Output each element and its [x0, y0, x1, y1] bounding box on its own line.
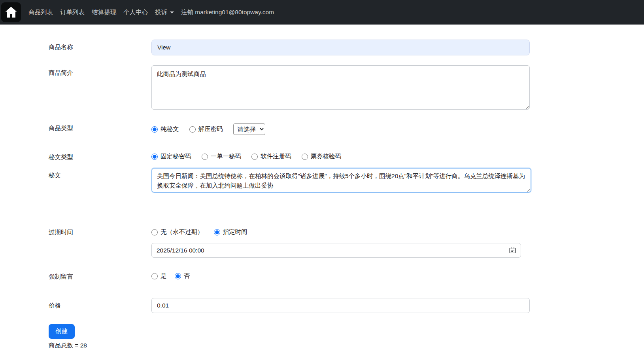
chevron-down-icon [170, 11, 174, 13]
row-product-intro: 商品简介 [49, 65, 644, 111]
product-intro-textarea[interactable] [151, 65, 530, 110]
expire-time-label: 过期时间 [49, 225, 151, 237]
nav-item-complaint-dropdown[interactable]: 投诉 [151, 8, 178, 17]
logout-link[interactable]: 注销 marketing01@80topway.com [178, 8, 278, 17]
radio-ticket-verification[interactable]: 票券核验码 [302, 152, 342, 161]
calendar-icon[interactable] [509, 247, 516, 254]
nav-item-product-list[interactable]: 商品列表 [25, 8, 57, 17]
radio-unzip-password[interactable]: 解压密码 [189, 125, 223, 133]
secret-text-textarea[interactable] [151, 168, 531, 193]
radio-one-order-one-code[interactable]: 一单一秘码 [202, 152, 242, 161]
row-secret-type: 秘文类型 固定秘密码 一单一秘码 软件注册码 票券核验码 [49, 150, 644, 161]
nav-item-personal-center[interactable]: 个人中心 [120, 8, 151, 17]
radio-specified-time[interactable]: 指定时间 [214, 228, 247, 236]
product-create-form: 商品名称 商品简介 商品类型 纯秘文 解压密码 请选择 秘文 [0, 25, 644, 350]
home-button[interactable] [1, 2, 21, 22]
datetime-value[interactable] [157, 247, 509, 254]
row-product-name: 商品名称 [49, 40, 644, 55]
radio-pure-secret[interactable]: 纯秘文 [151, 125, 179, 133]
product-name-input[interactable] [151, 40, 530, 55]
datetime-input[interactable] [151, 243, 521, 258]
create-button[interactable]: 创建 [49, 324, 75, 339]
top-navbar: 商品列表 订单列表 结算提现 个人中心 投诉 注销 marketing01@80… [0, 0, 644, 25]
nav-item-order-list[interactable]: 订单列表 [57, 8, 88, 17]
product-type-label: 商品类型 [49, 121, 151, 133]
radio-force-yes[interactable]: 是 [151, 272, 167, 280]
row-price: 价格 [49, 298, 644, 313]
nav-item-settlement[interactable]: 结算提现 [88, 8, 120, 17]
radio-never-expire[interactable]: 无（永不过期） [151, 228, 204, 236]
radio-fixed-secret[interactable]: 固定秘密码 [151, 152, 191, 161]
secret-text-label: 秘文 [49, 168, 151, 180]
row-product-type: 商品类型 纯秘文 解压密码 请选择 [49, 121, 644, 135]
home-icon [4, 5, 18, 19]
radio-software-license[interactable]: 软件注册码 [251, 152, 291, 161]
product-total-count: 商品总数 = 28 [49, 342, 644, 350]
radio-force-no[interactable]: 否 [175, 272, 190, 280]
form-footer: 创建 商品总数 = 28 [49, 324, 644, 350]
product-name-label: 商品名称 [49, 40, 151, 51]
price-label: 价格 [49, 298, 151, 310]
price-input[interactable] [151, 298, 530, 313]
row-secret-text: 秘文 [49, 168, 644, 194]
product-type-select[interactable]: 请选择 [233, 123, 265, 135]
force-message-label: 强制留言 [49, 269, 151, 281]
row-expire-time: 过期时间 无（永不过期） 指定时间 [49, 225, 644, 258]
product-intro-label: 商品简介 [49, 65, 151, 77]
row-force-message: 强制留言 是 否 [49, 269, 644, 281]
secret-type-label: 秘文类型 [49, 150, 151, 161]
